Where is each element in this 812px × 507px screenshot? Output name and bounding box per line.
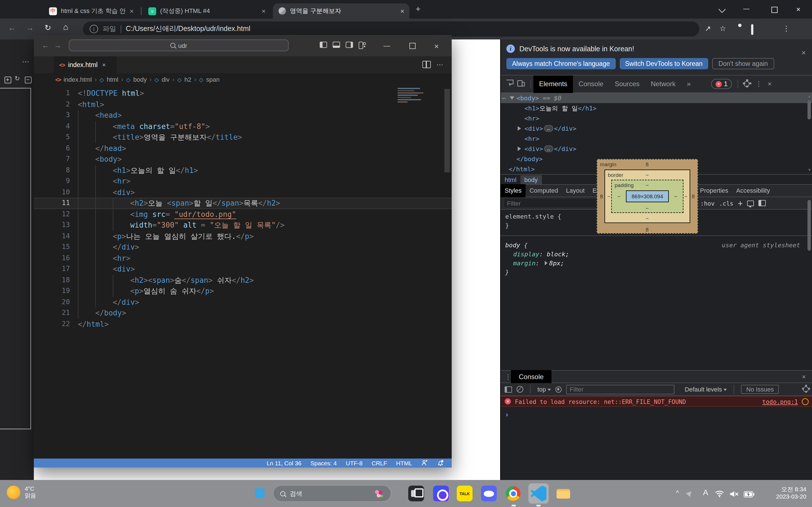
box-model-content[interactable]: 869×308.094 bbox=[626, 190, 669, 202]
home-icon[interactable]: ⌂ bbox=[63, 22, 68, 32]
vscode-titlebar[interactable]: ← → udr — × bbox=[34, 35, 452, 56]
new-item-icon[interactable] bbox=[4, 76, 11, 83]
console-close-icon[interactable]: × bbox=[802, 373, 806, 381]
live-expression-eye-icon[interactable] bbox=[556, 386, 562, 392]
code-line-17[interactable]: 17<div> bbox=[34, 264, 452, 275]
tree-row-5[interactable]: <div>…</div> bbox=[501, 144, 812, 154]
border-right-value[interactable]: − bbox=[684, 193, 688, 200]
taskbar-search[interactable]: 검색 bbox=[273, 485, 391, 502]
code-line-21[interactable]: 21</body> bbox=[34, 307, 452, 319]
expand-arrow-icon[interactable] bbox=[545, 261, 548, 265]
chrome-icon[interactable] bbox=[506, 486, 520, 501]
no-issues-badge[interactable]: No Issues bbox=[741, 385, 779, 394]
breadcrumb-item[interactable]: html bbox=[107, 76, 118, 83]
notifications-bell-icon[interactable] bbox=[437, 460, 444, 466]
refresh-icon[interactable]: ↻ bbox=[15, 75, 20, 82]
tree-arrow-icon[interactable] bbox=[518, 126, 521, 131]
issue-icon[interactable] bbox=[802, 398, 809, 405]
start-button[interactable] bbox=[255, 489, 264, 498]
error-count-badge[interactable]: × 1 bbox=[711, 79, 732, 89]
vscode-maximize-button[interactable] bbox=[409, 43, 416, 49]
editor-tab-index-html[interactable]: <> index.html × bbox=[54, 56, 117, 73]
window-maximize-button[interactable] bbox=[771, 7, 777, 13]
tab-computed[interactable]: Computed bbox=[525, 184, 562, 197]
editor-code[interactable]: 1<!DOCTYPE html>2<html>3<head>4<meta cha… bbox=[34, 86, 452, 461]
code-line-18[interactable]: 18<h2><span>숨</span> 쉬자</h2> bbox=[34, 275, 452, 286]
css-property[interactable]: margin: 8px; bbox=[505, 259, 808, 268]
browser-tab-1[interactable]: 中 html & css 기초 학습 안내 × bbox=[44, 3, 139, 18]
code-line-8[interactable]: 8<h1>오늘의 할 일</h1> bbox=[34, 165, 452, 176]
code-line-4[interactable]: 4<meta charset="utf-8"> bbox=[34, 121, 452, 132]
split-editor-icon[interactable] bbox=[422, 61, 431, 68]
back-icon[interactable]: ← bbox=[8, 23, 16, 32]
padding-right-value[interactable]: − bbox=[674, 193, 677, 200]
tree-scroll-down-icon[interactable]: ▼ bbox=[808, 168, 811, 172]
breadcrumb-item[interactable]: index.html bbox=[63, 76, 92, 83]
devtools-menu-kebab-icon[interactable]: ⋮ bbox=[755, 80, 762, 88]
rendering-brush-icon[interactable] bbox=[747, 200, 754, 206]
vscode-search-box[interactable]: udr bbox=[69, 40, 289, 51]
weather-widget[interactable]: 4°C 맑음 bbox=[7, 486, 36, 499]
padding-bottom-value[interactable]: − bbox=[646, 205, 649, 211]
code-line-22[interactable]: 22</html> bbox=[34, 319, 452, 330]
eol-sequence[interactable]: CRLF bbox=[371, 460, 387, 466]
console-kebab-icon[interactable]: ⋮ bbox=[505, 373, 511, 381]
tray-chevron-icon[interactable]: ^ bbox=[676, 489, 679, 497]
tab-styles[interactable]: Styles bbox=[501, 184, 525, 197]
share-icon[interactable]: ↗ bbox=[705, 24, 711, 33]
sidebar-position-icon[interactable] bbox=[758, 200, 766, 206]
side-panel-icon[interactable] bbox=[751, 25, 753, 34]
ime-indicator[interactable]: A bbox=[703, 488, 708, 497]
class-toggle[interactable]: .cls bbox=[719, 200, 733, 207]
console-error-row[interactable]: × Failed to load resource: net::ERR_FILE… bbox=[501, 396, 812, 407]
inspect-element-icon[interactable] bbox=[506, 79, 514, 89]
tree-row-2[interactable]: <hr> bbox=[501, 113, 812, 123]
browser-menu-kebab-icon[interactable]: ⋮ bbox=[783, 24, 790, 33]
console-filter-input[interactable] bbox=[566, 385, 675, 394]
crumb-html[interactable]: html bbox=[501, 175, 520, 184]
code-line-7[interactable]: 7<body> bbox=[34, 154, 452, 165]
toggle-secondary-sidebar-icon[interactable] bbox=[346, 42, 353, 48]
console-tab[interactable]: Console bbox=[511, 370, 552, 383]
code-line-1[interactable]: 1<!DOCTYPE html> bbox=[34, 88, 452, 99]
code-line-3[interactable]: 3<head> bbox=[34, 110, 452, 121]
feedback-icon[interactable] bbox=[421, 460, 428, 466]
clear-console-icon[interactable] bbox=[516, 386, 523, 393]
crumb-body[interactable]: body bbox=[520, 175, 542, 184]
styles-scrollbar[interactable] bbox=[808, 200, 811, 251]
margin-bottom-value[interactable]: 8 bbox=[646, 226, 649, 233]
margin-left-value[interactable]: 8 bbox=[600, 193, 603, 200]
editor-more-icon[interactable]: ⋯ bbox=[437, 61, 443, 69]
vscode-close-button[interactable]: × bbox=[434, 42, 439, 51]
url-text[interactable]: C:/Users/신애리/Desktop/udr/index.html bbox=[126, 24, 250, 34]
banner-close-icon[interactable]: × bbox=[802, 48, 806, 57]
collapse-icon[interactable] bbox=[25, 76, 32, 83]
padding-top-value[interactable]: − bbox=[646, 182, 649, 188]
breadcrumb-item[interactable]: h2 bbox=[185, 76, 192, 83]
breadcrumb-item[interactable]: body bbox=[133, 76, 147, 83]
tree-arrow-icon[interactable] bbox=[510, 96, 514, 100]
language-mode[interactable]: HTML bbox=[396, 460, 412, 466]
code-line-2[interactable]: 2<html> bbox=[34, 99, 452, 110]
tree-row-3[interactable]: <div>…</div> bbox=[501, 123, 812, 133]
indentation[interactable]: Spaces: 4 bbox=[310, 460, 337, 466]
wifi-icon[interactable] bbox=[715, 490, 724, 499]
vscode-back-icon[interactable]: ← bbox=[42, 41, 49, 50]
discord-icon[interactable] bbox=[481, 486, 497, 501]
tree-scrollbar[interactable] bbox=[808, 100, 811, 119]
devtools-close-icon[interactable]: × bbox=[768, 80, 772, 88]
kakaotalk-icon[interactable]: TALK bbox=[457, 486, 472, 501]
forward-icon[interactable]: → bbox=[26, 23, 34, 32]
volume-muted-icon[interactable] bbox=[730, 491, 739, 499]
code-line-12[interactable]: 12<img src= "udr/todo.png" bbox=[34, 209, 452, 220]
body-rule[interactable]: user agent stylesheet body { bbox=[505, 241, 808, 250]
browser-tab-3-active[interactable]: 영역을 구분해보자 × bbox=[273, 3, 409, 18]
console-settings-gear-icon[interactable] bbox=[803, 386, 809, 392]
tree-scroll-up-icon[interactable]: ▲ bbox=[808, 94, 811, 98]
editor-tab-close-icon[interactable]: × bbox=[102, 61, 106, 68]
css-property[interactable]: display: block; bbox=[505, 250, 808, 259]
console-sidebar-icon[interactable] bbox=[505, 386, 512, 392]
pseudo-state-toggle[interactable]: :hov bbox=[700, 200, 715, 207]
cursor-position[interactable]: Ln 11, Col 36 bbox=[267, 460, 301, 466]
settings-gear-icon[interactable] bbox=[744, 81, 750, 87]
